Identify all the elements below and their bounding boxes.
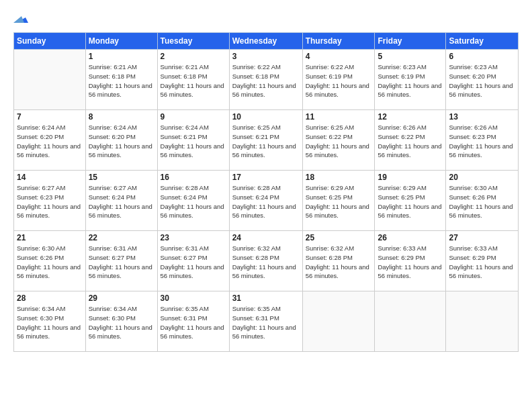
day-number: 7 bbox=[17, 112, 83, 122]
day-info: Sunrise: 6:24 AMSunset: 6:21 PMDaylight:… bbox=[161, 123, 226, 160]
day-info: Sunrise: 6:22 AMSunset: 6:19 PMDaylight:… bbox=[306, 62, 372, 99]
calendar-cell: 7Sunrise: 6:24 AMSunset: 6:20 PMDaylight… bbox=[14, 110, 86, 171]
day-number: 5 bbox=[378, 52, 443, 61]
calendar-cell: 20Sunrise: 6:30 AMSunset: 6:26 PMDayligh… bbox=[446, 171, 519, 231]
calendar-cell bbox=[446, 291, 519, 352]
day-info: Sunrise: 6:33 AMSunset: 6:29 PMDaylight:… bbox=[449, 244, 515, 281]
day-info: Sunrise: 6:34 AMSunset: 6:30 PMDaylight:… bbox=[17, 304, 83, 341]
calendar-cell: 31Sunrise: 6:35 AMSunset: 6:31 PMDayligh… bbox=[229, 291, 302, 352]
day-info: Sunrise: 6:34 AMSunset: 6:30 PMDaylight:… bbox=[89, 304, 154, 341]
day-info: Sunrise: 6:22 AMSunset: 6:18 PMDaylight:… bbox=[232, 62, 300, 99]
calendar-table: SundayMondayTuesdayWednesdayThursdayFrid… bbox=[13, 32, 519, 352]
day-number: 15 bbox=[89, 173, 154, 182]
calendar-cell bbox=[14, 50, 86, 110]
calendar-cell: 17Sunrise: 6:28 AMSunset: 6:24 PMDayligh… bbox=[229, 171, 302, 231]
day-info: Sunrise: 6:26 AMSunset: 6:23 PMDaylight:… bbox=[449, 123, 515, 160]
calendar-cell bbox=[375, 291, 446, 352]
day-info: Sunrise: 6:30 AMSunset: 6:26 PMDaylight:… bbox=[449, 183, 515, 220]
weekday-header-wednesday: Wednesday bbox=[229, 33, 302, 50]
calendar-week-row: 28Sunrise: 6:34 AMSunset: 6:30 PMDayligh… bbox=[14, 291, 519, 352]
calendar-cell: 29Sunrise: 6:34 AMSunset: 6:30 PMDayligh… bbox=[85, 291, 157, 352]
weekday-header-monday: Monday bbox=[85, 33, 157, 50]
calendar-cell: 16Sunrise: 6:28 AMSunset: 6:24 PMDayligh… bbox=[157, 171, 229, 231]
day-number: 4 bbox=[306, 52, 372, 61]
calendar-cell: 24Sunrise: 6:32 AMSunset: 6:28 PMDayligh… bbox=[229, 231, 302, 291]
day-info: Sunrise: 6:29 AMSunset: 6:25 PMDaylight:… bbox=[378, 183, 443, 220]
day-number: 28 bbox=[17, 293, 83, 303]
day-number: 23 bbox=[161, 233, 226, 242]
day-info: Sunrise: 6:35 AMSunset: 6:31 PMDaylight:… bbox=[232, 304, 300, 341]
day-info: Sunrise: 6:21 AMSunset: 6:18 PMDaylight:… bbox=[89, 62, 154, 99]
svg-marker-1 bbox=[13, 16, 24, 23]
day-number: 9 bbox=[161, 112, 226, 122]
weekday-header-tuesday: Tuesday bbox=[157, 33, 229, 50]
day-number: 29 bbox=[89, 293, 154, 303]
page: SundayMondayTuesdayWednesdayThursdayFrid… bbox=[0, 0, 532, 411]
day-info: Sunrise: 6:35 AMSunset: 6:31 PMDaylight:… bbox=[161, 304, 226, 341]
calendar-cell: 14Sunrise: 6:27 AMSunset: 6:23 PMDayligh… bbox=[14, 171, 86, 231]
calendar-cell: 28Sunrise: 6:34 AMSunset: 6:30 PMDayligh… bbox=[14, 291, 86, 352]
day-number: 21 bbox=[17, 233, 83, 242]
day-info: Sunrise: 6:28 AMSunset: 6:24 PMDaylight:… bbox=[232, 183, 300, 220]
day-number: 11 bbox=[306, 112, 372, 122]
day-number: 19 bbox=[378, 173, 443, 182]
calendar-cell: 23Sunrise: 6:31 AMSunset: 6:27 PMDayligh… bbox=[157, 231, 229, 291]
day-info: Sunrise: 6:29 AMSunset: 6:25 PMDaylight:… bbox=[306, 183, 372, 220]
day-info: Sunrise: 6:30 AMSunset: 6:26 PMDaylight:… bbox=[17, 244, 83, 281]
day-info: Sunrise: 6:24 AMSunset: 6:20 PMDaylight:… bbox=[89, 123, 154, 160]
day-number: 1 bbox=[89, 52, 154, 61]
weekday-header-thursday: Thursday bbox=[302, 33, 375, 50]
calendar-cell: 6Sunrise: 6:23 AMSunset: 6:20 PMDaylight… bbox=[446, 50, 519, 110]
calendar-cell: 3Sunrise: 6:22 AMSunset: 6:18 PMDaylight… bbox=[229, 50, 302, 110]
day-info: Sunrise: 6:23 AMSunset: 6:19 PMDaylight:… bbox=[378, 62, 443, 99]
day-number: 17 bbox=[232, 173, 300, 182]
day-number: 27 bbox=[449, 233, 515, 242]
logo-icon bbox=[13, 11, 28, 26]
day-number: 2 bbox=[161, 52, 226, 61]
day-number: 20 bbox=[449, 173, 515, 182]
day-number: 30 bbox=[161, 293, 226, 303]
calendar-week-row: 14Sunrise: 6:27 AMSunset: 6:23 PMDayligh… bbox=[14, 171, 519, 231]
day-info: Sunrise: 6:27 AMSunset: 6:24 PMDaylight:… bbox=[89, 183, 154, 220]
day-info: Sunrise: 6:23 AMSunset: 6:20 PMDaylight:… bbox=[449, 62, 515, 99]
day-info: Sunrise: 6:32 AMSunset: 6:28 PMDaylight:… bbox=[306, 244, 372, 281]
weekday-header-friday: Friday bbox=[375, 33, 446, 50]
calendar-cell: 12Sunrise: 6:26 AMSunset: 6:22 PMDayligh… bbox=[375, 110, 446, 171]
calendar-cell: 8Sunrise: 6:24 AMSunset: 6:20 PMDaylight… bbox=[85, 110, 157, 171]
day-number: 22 bbox=[89, 233, 154, 242]
weekday-header-saturday: Saturday bbox=[446, 33, 519, 50]
calendar-week-row: 1Sunrise: 6:21 AMSunset: 6:18 PMDaylight… bbox=[14, 50, 519, 110]
weekday-header-sunday: Sunday bbox=[14, 33, 86, 50]
day-info: Sunrise: 6:33 AMSunset: 6:29 PMDaylight:… bbox=[378, 244, 443, 281]
day-info: Sunrise: 6:26 AMSunset: 6:22 PMDaylight:… bbox=[378, 123, 443, 160]
calendar-cell: 11Sunrise: 6:25 AMSunset: 6:22 PMDayligh… bbox=[302, 110, 375, 171]
day-number: 10 bbox=[232, 112, 300, 122]
day-number: 16 bbox=[161, 173, 226, 182]
day-info: Sunrise: 6:28 AMSunset: 6:24 PMDaylight:… bbox=[161, 183, 226, 220]
calendar-cell: 2Sunrise: 6:21 AMSunset: 6:18 PMDaylight… bbox=[157, 50, 229, 110]
calendar-cell: 9Sunrise: 6:24 AMSunset: 6:21 PMDaylight… bbox=[157, 110, 229, 171]
calendar-cell: 4Sunrise: 6:22 AMSunset: 6:19 PMDaylight… bbox=[302, 50, 375, 110]
calendar-cell: 30Sunrise: 6:35 AMSunset: 6:31 PMDayligh… bbox=[157, 291, 229, 352]
calendar-cell: 10Sunrise: 6:25 AMSunset: 6:21 PMDayligh… bbox=[229, 110, 302, 171]
weekday-header-row: SundayMondayTuesdayWednesdayThursdayFrid… bbox=[14, 33, 519, 50]
calendar-week-row: 7Sunrise: 6:24 AMSunset: 6:20 PMDaylight… bbox=[14, 110, 519, 171]
day-number: 25 bbox=[306, 233, 372, 242]
calendar-cell: 22Sunrise: 6:31 AMSunset: 6:27 PMDayligh… bbox=[85, 231, 157, 291]
day-number: 8 bbox=[89, 112, 154, 122]
day-number: 6 bbox=[449, 52, 515, 61]
day-number: 14 bbox=[17, 173, 83, 182]
day-number: 12 bbox=[378, 112, 443, 122]
calendar-cell: 26Sunrise: 6:33 AMSunset: 6:29 PMDayligh… bbox=[375, 231, 446, 291]
day-number: 26 bbox=[378, 233, 443, 242]
day-info: Sunrise: 6:32 AMSunset: 6:28 PMDaylight:… bbox=[232, 244, 300, 281]
day-number: 3 bbox=[232, 52, 300, 61]
day-info: Sunrise: 6:24 AMSunset: 6:20 PMDaylight:… bbox=[17, 123, 83, 160]
day-info: Sunrise: 6:21 AMSunset: 6:18 PMDaylight:… bbox=[161, 62, 226, 99]
calendar-cell: 27Sunrise: 6:33 AMSunset: 6:29 PMDayligh… bbox=[446, 231, 519, 291]
logo bbox=[13, 11, 31, 26]
day-info: Sunrise: 6:25 AMSunset: 6:21 PMDaylight:… bbox=[232, 123, 300, 160]
calendar-cell: 19Sunrise: 6:29 AMSunset: 6:25 PMDayligh… bbox=[375, 171, 446, 231]
day-number: 18 bbox=[306, 173, 372, 182]
calendar-cell: 13Sunrise: 6:26 AMSunset: 6:23 PMDayligh… bbox=[446, 110, 519, 171]
